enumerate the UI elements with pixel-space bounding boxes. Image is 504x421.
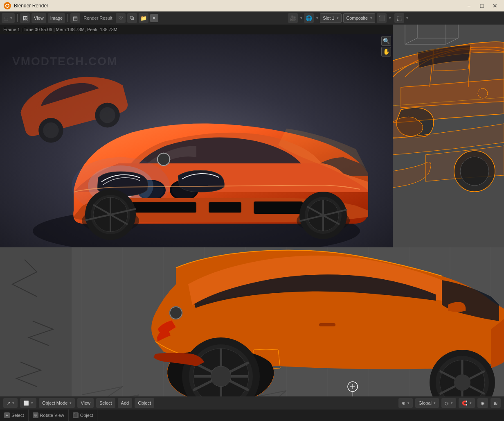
camera-settings-icon[interactable]: 🎥	[288, 13, 298, 23]
zoom-icon[interactable]: 🔍	[381, 36, 391, 46]
add-menu-btn[interactable]: Add	[118, 398, 133, 408]
render-image-svg	[0, 34, 393, 247]
rotate-icon: ⊙	[33, 412, 38, 418]
composite-label: Composite	[346, 16, 368, 20]
render-toolbar: ⬚ ▾ 🖼 View Image ▤ Render Result ♡ ⧉ 📁 ✕…	[0, 11, 393, 25]
copy-icon[interactable]: ⧉	[127, 13, 137, 23]
object-mode-label: Object Mode	[42, 401, 68, 405]
object-status-icon: ⬛	[73, 412, 79, 418]
pivot-chevron-icon: ▾	[451, 401, 453, 405]
display-chevron-icon: ▾	[389, 16, 391, 20]
pin-icon[interactable]: ♡	[116, 13, 126, 23]
main-viewport-svg	[0, 247, 504, 396]
transform-icon-btn[interactable]: ⊕ ▾	[398, 398, 413, 408]
svg-point-73	[211, 366, 231, 387]
composite-selector[interactable]: Composite ▾	[343, 13, 375, 23]
image-icon-btn[interactable]: 🖼	[20, 13, 30, 23]
frame-info-text: Frame:1 | Time:00:55.06 | Mem:138.73M, P…	[3, 27, 117, 32]
slot-selector[interactable]: Slot 1 ▾	[320, 13, 342, 23]
blender-icon	[3, 2, 11, 10]
svg-rect-65	[319, 323, 335, 326]
render-result-label: Render Result	[82, 16, 114, 20]
rotate-view-label: Rotate View	[40, 413, 64, 418]
minimize-button[interactable]: −	[463, 1, 475, 10]
pivot-icon: ◎	[445, 401, 449, 406]
object-mode-chevron-icon: ▾	[70, 401, 72, 405]
svg-rect-21	[254, 201, 303, 214]
right-toolbar: ⬚ ▾	[393, 11, 504, 25]
main-3d-viewport[interactable]	[0, 247, 504, 396]
status-bar: ● Select ⊙ Rotate View ⬛ Object	[0, 410, 504, 421]
status-select: ● Select	[0, 410, 29, 421]
render-sidebar: 🔍 ✋	[380, 34, 393, 58]
chevron-down-icon: ▾	[10, 16, 12, 20]
status-rotate: ⊙ Rotate View	[29, 410, 69, 421]
svg-rect-20	[209, 202, 241, 213]
snap-icon: 🧲	[462, 401, 468, 406]
divider2	[68, 14, 68, 22]
render-close-btn[interactable]: ✕	[150, 14, 158, 22]
svg-point-2	[6, 5, 9, 7]
right-viewport[interactable]	[393, 11, 504, 247]
global-label: Global	[418, 401, 432, 405]
select-icon: ●	[4, 412, 10, 418]
view-mode-selector[interactable]: ⬚ ▾	[2, 13, 15, 23]
object-mode-button[interactable]: Object Mode ▾	[39, 398, 75, 408]
divider	[17, 14, 18, 22]
maximize-button[interactable]: □	[476, 1, 488, 10]
svg-point-14	[158, 154, 169, 165]
folder-icon[interactable]: 📁	[139, 13, 148, 23]
right-view-chevron: ▾	[406, 16, 408, 20]
global-selector-btn[interactable]: Global ▾	[415, 398, 439, 408]
render-icon-btn[interactable]: ▤	[70, 13, 80, 23]
viewport-main-background	[0, 247, 504, 396]
globe-icon[interactable]: 🌐	[304, 13, 314, 23]
pivot-point-btn[interactable]: ◎ ▾	[441, 398, 456, 408]
editor-type-btn[interactable]: ⬜ ▾	[20, 398, 36, 408]
mode-icon-btn[interactable]: ↗ ▾	[3, 398, 18, 408]
editor-icon: ⬜	[23, 401, 29, 406]
svg-point-48	[460, 157, 489, 186]
wireframe-svg	[393, 11, 504, 247]
select-menu-btn[interactable]: Select	[96, 398, 115, 408]
render-canvas: VMODTECH.COM	[0, 34, 393, 247]
svg-point-84	[170, 307, 182, 319]
render-area: VMODTECH.COM	[0, 34, 393, 247]
transform-chevron-icon: ▾	[407, 401, 410, 405]
overlay-icon: ⊞	[494, 401, 497, 406]
snap-btn[interactable]: 🧲 ▾	[459, 398, 475, 408]
window-title: Blender Render	[14, 3, 463, 9]
slot-chevron-icon: ▾	[337, 16, 339, 20]
view-mode-icon: ⬚	[4, 16, 8, 21]
view-menu-btn[interactable]: View	[77, 398, 94, 408]
composite-chevron-icon: ▾	[370, 16, 372, 20]
title-bar: Blender Render − □ ✕	[0, 0, 504, 11]
right-view-icon[interactable]: ⬚	[394, 13, 404, 23]
image-menu-button[interactable]: Image	[48, 13, 65, 23]
overlay-btn[interactable]: ⊞	[491, 398, 501, 408]
snap-chevron-icon: ▾	[470, 401, 472, 405]
object-menu-btn[interactable]: Object	[135, 398, 154, 408]
svg-point-81	[454, 374, 470, 391]
transform-icon: ⊕	[402, 401, 405, 406]
view-menu-button[interactable]: View	[32, 13, 46, 23]
global-chevron-icon: ▾	[434, 401, 436, 405]
select-label: Select	[11, 413, 24, 418]
close-button[interactable]: ✕	[489, 1, 501, 10]
bottom-toolbar: ↗ ▾ ⬜ ▾ Object Mode ▾ View Select Add Ob…	[0, 396, 504, 410]
slot-label: Slot 1	[323, 16, 334, 20]
proportional-btn[interactable]: ◉	[477, 398, 488, 408]
frame-info-bar: Frame:1 | Time:00:55.06 | Mem:138.73M, P…	[0, 25, 393, 34]
proportional-icon: ◉	[481, 401, 485, 406]
display-icon[interactable]: ⬛	[377, 13, 387, 23]
object-status-label: Object	[80, 413, 93, 418]
status-object: ⬛ Object	[69, 410, 98, 421]
mode-icon: ↗	[7, 401, 10, 406]
globe-chevron-icon: ▾	[316, 16, 318, 20]
mode-chevron-icon: ▾	[12, 401, 14, 405]
viewport-background	[393, 11, 504, 247]
svg-rect-19	[131, 202, 196, 213]
camera-chevron-icon: ▾	[300, 16, 302, 20]
hand-icon[interactable]: ✋	[381, 47, 391, 57]
editor-chevron-icon: ▾	[31, 401, 33, 405]
